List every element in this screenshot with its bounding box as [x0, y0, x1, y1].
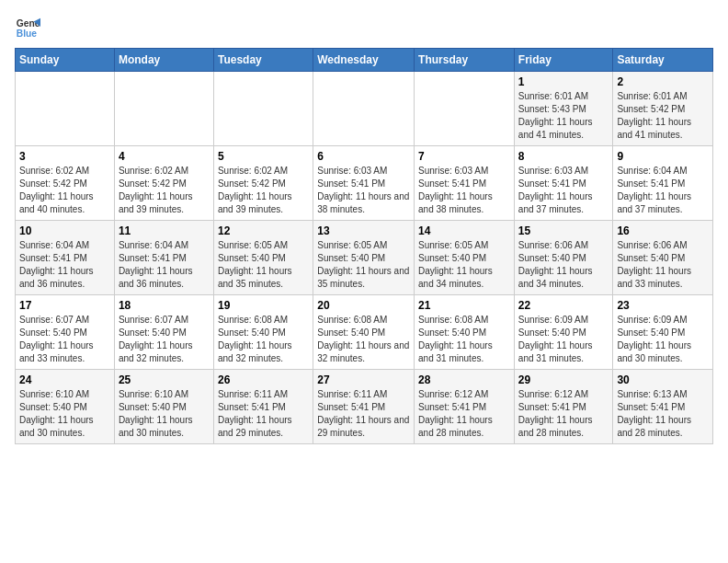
calendar-table: SundayMondayTuesdayWednesdayThursdayFrid…: [15, 48, 713, 444]
calendar-cell: 24Sunrise: 6:10 AM Sunset: 5:40 PM Dayli…: [16, 370, 115, 444]
calendar-week-5: 24Sunrise: 6:10 AM Sunset: 5:40 PM Dayli…: [16, 370, 713, 444]
day-info: Sunrise: 6:03 AM Sunset: 5:41 PM Dayligh…: [317, 165, 410, 216]
calendar-cell: 30Sunrise: 6:13 AM Sunset: 5:41 PM Dayli…: [613, 370, 713, 444]
calendar-cell: 28Sunrise: 6:12 AM Sunset: 5:41 PM Dayli…: [415, 370, 515, 444]
day-info: Sunrise: 6:03 AM Sunset: 5:41 PM Dayligh…: [418, 165, 510, 216]
day-info: Sunrise: 6:06 AM Sunset: 5:40 PM Dayligh…: [518, 239, 609, 291]
calendar-cell: 1Sunrise: 6:01 AM Sunset: 5:43 PM Daylig…: [514, 72, 613, 146]
day-number: 7: [418, 150, 510, 163]
day-number: 19: [218, 299, 309, 312]
calendar-cell: 20Sunrise: 6:08 AM Sunset: 5:40 PM Dayli…: [313, 295, 415, 370]
day-number: 11: [119, 224, 210, 237]
day-number: 24: [19, 373, 110, 386]
day-info: Sunrise: 6:07 AM Sunset: 5:40 PM Dayligh…: [19, 314, 110, 365]
calendar-week-4: 17Sunrise: 6:07 AM Sunset: 5:40 PM Dayli…: [16, 295, 713, 370]
day-number: 27: [317, 373, 410, 386]
day-info: Sunrise: 6:05 AM Sunset: 5:40 PM Dayligh…: [317, 239, 410, 291]
calendar-cell: 16Sunrise: 6:06 AM Sunset: 5:40 PM Dayli…: [613, 221, 713, 295]
day-info: Sunrise: 6:06 AM Sunset: 5:40 PM Dayligh…: [617, 239, 709, 291]
calendar-cell: [313, 72, 415, 146]
day-number: 30: [617, 373, 709, 386]
day-number: 20: [317, 299, 410, 312]
calendar-cell: 3Sunrise: 6:02 AM Sunset: 5:42 PM Daylig…: [16, 146, 115, 221]
day-info: Sunrise: 6:02 AM Sunset: 5:42 PM Dayligh…: [218, 165, 309, 216]
calendar-cell: 10Sunrise: 6:04 AM Sunset: 5:41 PM Dayli…: [16, 221, 115, 295]
day-info: Sunrise: 6:11 AM Sunset: 5:41 PM Dayligh…: [218, 388, 309, 440]
calendar-cell: 18Sunrise: 6:07 AM Sunset: 5:40 PM Dayli…: [114, 295, 213, 370]
day-number: 28: [418, 373, 510, 386]
calendar-cell: 7Sunrise: 6:03 AM Sunset: 5:41 PM Daylig…: [415, 146, 515, 221]
day-info: Sunrise: 6:02 AM Sunset: 5:42 PM Dayligh…: [119, 165, 210, 216]
day-info: Sunrise: 6:12 AM Sunset: 5:41 PM Dayligh…: [418, 388, 510, 440]
calendar-cell: 2Sunrise: 6:01 AM Sunset: 5:42 PM Daylig…: [613, 72, 713, 146]
day-header-thursday: Thursday: [415, 49, 515, 72]
day-info: Sunrise: 6:01 AM Sunset: 5:42 PM Dayligh…: [617, 90, 709, 142]
day-number: 4: [119, 150, 210, 163]
calendar-cell: [213, 72, 313, 146]
day-number: 17: [19, 299, 110, 312]
day-info: Sunrise: 6:05 AM Sunset: 5:40 PM Dayligh…: [418, 239, 510, 291]
calendar-cell: 13Sunrise: 6:05 AM Sunset: 5:40 PM Dayli…: [313, 221, 415, 295]
calendar-week-2: 3Sunrise: 6:02 AM Sunset: 5:42 PM Daylig…: [16, 146, 713, 221]
calendar-cell: 17Sunrise: 6:07 AM Sunset: 5:40 PM Dayli…: [16, 295, 115, 370]
day-number: 5: [218, 150, 309, 163]
calendar-header: SundayMondayTuesdayWednesdayThursdayFrid…: [16, 49, 713, 72]
day-header-sunday: Sunday: [16, 49, 115, 72]
day-info: Sunrise: 6:09 AM Sunset: 5:40 PM Dayligh…: [518, 314, 609, 365]
logo: General Blue: [15, 15, 44, 40]
day-info: Sunrise: 6:04 AM Sunset: 5:41 PM Dayligh…: [617, 165, 709, 216]
day-number: 13: [317, 224, 410, 237]
calendar-cell: 23Sunrise: 6:09 AM Sunset: 5:40 PM Dayli…: [613, 295, 713, 370]
calendar-cell: 15Sunrise: 6:06 AM Sunset: 5:40 PM Dayli…: [514, 221, 613, 295]
day-number: 14: [418, 224, 510, 237]
page-header: General Blue: [15, 15, 713, 40]
day-number: 23: [617, 299, 709, 312]
calendar-cell: 5Sunrise: 6:02 AM Sunset: 5:42 PM Daylig…: [213, 146, 313, 221]
calendar-cell: 14Sunrise: 6:05 AM Sunset: 5:40 PM Dayli…: [415, 221, 515, 295]
day-info: Sunrise: 6:13 AM Sunset: 5:41 PM Dayligh…: [617, 388, 709, 440]
calendar-cell: 25Sunrise: 6:10 AM Sunset: 5:40 PM Dayli…: [114, 370, 213, 444]
calendar-cell: 22Sunrise: 6:09 AM Sunset: 5:40 PM Dayli…: [514, 295, 613, 370]
day-info: Sunrise: 6:04 AM Sunset: 5:41 PM Dayligh…: [119, 239, 210, 291]
day-info: Sunrise: 6:07 AM Sunset: 5:40 PM Dayligh…: [119, 314, 210, 365]
calendar-cell: 12Sunrise: 6:05 AM Sunset: 5:40 PM Dayli…: [213, 221, 313, 295]
day-header-friday: Friday: [514, 49, 613, 72]
calendar-cell: 27Sunrise: 6:11 AM Sunset: 5:41 PM Dayli…: [313, 370, 415, 444]
calendar-cell: [114, 72, 213, 146]
day-info: Sunrise: 6:01 AM Sunset: 5:43 PM Dayligh…: [518, 90, 609, 142]
day-number: 10: [19, 224, 110, 237]
day-info: Sunrise: 6:02 AM Sunset: 5:42 PM Dayligh…: [19, 165, 110, 216]
day-number: 1: [518, 75, 609, 88]
day-header-tuesday: Tuesday: [213, 49, 313, 72]
day-info: Sunrise: 6:04 AM Sunset: 5:41 PM Dayligh…: [19, 239, 110, 291]
day-number: 22: [518, 299, 609, 312]
svg-text:Blue: Blue: [17, 29, 38, 39]
day-number: 26: [218, 373, 309, 386]
day-info: Sunrise: 6:05 AM Sunset: 5:40 PM Dayligh…: [218, 239, 309, 291]
calendar-cell: 6Sunrise: 6:03 AM Sunset: 5:41 PM Daylig…: [313, 146, 415, 221]
logo-icon: General Blue: [15, 15, 40, 40]
calendar-cell: 8Sunrise: 6:03 AM Sunset: 5:41 PM Daylig…: [514, 146, 613, 221]
calendar-cell: 11Sunrise: 6:04 AM Sunset: 5:41 PM Dayli…: [114, 221, 213, 295]
day-number: 9: [617, 150, 709, 163]
day-header-saturday: Saturday: [613, 49, 713, 72]
calendar-cell: 21Sunrise: 6:08 AM Sunset: 5:40 PM Dayli…: [415, 295, 515, 370]
calendar-cell: 9Sunrise: 6:04 AM Sunset: 5:41 PM Daylig…: [613, 146, 713, 221]
day-info: Sunrise: 6:12 AM Sunset: 5:41 PM Dayligh…: [518, 388, 609, 440]
day-number: 6: [317, 150, 410, 163]
calendar-week-1: 1Sunrise: 6:01 AM Sunset: 5:43 PM Daylig…: [16, 72, 713, 146]
day-header-wednesday: Wednesday: [313, 49, 415, 72]
day-info: Sunrise: 6:03 AM Sunset: 5:41 PM Dayligh…: [518, 165, 609, 216]
day-info: Sunrise: 6:11 AM Sunset: 5:41 PM Dayligh…: [317, 388, 410, 440]
day-number: 2: [617, 75, 709, 88]
day-info: Sunrise: 6:08 AM Sunset: 5:40 PM Dayligh…: [317, 314, 410, 365]
calendar-week-3: 10Sunrise: 6:04 AM Sunset: 5:41 PM Dayli…: [16, 221, 713, 295]
day-number: 18: [119, 299, 210, 312]
day-info: Sunrise: 6:08 AM Sunset: 5:40 PM Dayligh…: [418, 314, 510, 365]
calendar-cell: 19Sunrise: 6:08 AM Sunset: 5:40 PM Dayli…: [213, 295, 313, 370]
header-row: SundayMondayTuesdayWednesdayThursdayFrid…: [16, 49, 713, 72]
calendar-body: 1Sunrise: 6:01 AM Sunset: 5:43 PM Daylig…: [16, 72, 713, 444]
calendar-cell: 26Sunrise: 6:11 AM Sunset: 5:41 PM Dayli…: [213, 370, 313, 444]
day-info: Sunrise: 6:08 AM Sunset: 5:40 PM Dayligh…: [218, 314, 309, 365]
calendar-cell: [16, 72, 115, 146]
